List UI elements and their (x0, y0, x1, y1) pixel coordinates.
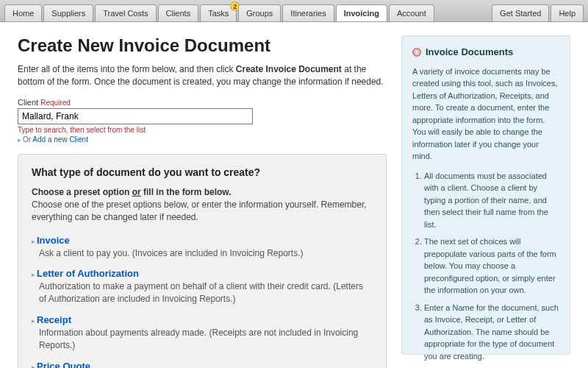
sidebar-heading: Invoice Documents (412, 45, 559, 60)
preset-pricequote: ▸Price Quote A description of how much t… (32, 361, 373, 368)
preset-invoice: ▸Invoice Ask a client to pay you. (Invoi… (32, 235, 373, 260)
sub-a: Choose a preset option (32, 187, 132, 197)
preset-loa-link[interactable]: Letter of Authorization (37, 268, 139, 279)
client-label-text: Client (18, 98, 38, 107)
tab-home[interactable]: Home (4, 4, 42, 21)
lifesaver-icon (412, 48, 421, 57)
help-sidebar: Invoice Documents A variety of invoice d… (401, 35, 570, 355)
sidebar-steps: All documents must be associated with a … (424, 170, 559, 369)
preset-loa-desc: Authorization to make a payment on behal… (39, 280, 373, 305)
client-or: Or (23, 135, 32, 144)
client-hint: Type to search, then select from the lis… (18, 126, 387, 134)
tab-suppliers[interactable]: Suppliers (43, 4, 93, 21)
preset-loa: ▸Letter of Authorization Authorization t… (32, 268, 373, 305)
preset-invoice-desc: Ask a client to pay you. (Invoices are i… (39, 247, 373, 260)
tab-clients[interactable]: Clients (158, 4, 199, 21)
tab-tasks[interactable]: Tasks 2 (200, 4, 237, 21)
sidebar-step-1: All documents must be associated with a … (424, 170, 559, 231)
preset-pricequote-link[interactable]: Price Quote (37, 361, 90, 368)
intro-text-1: Enter all of the items into the form bel… (18, 64, 236, 74)
tab-travel-costs[interactable]: Travel Costs (95, 4, 156, 21)
preset-invoice-link[interactable]: Invoice (37, 235, 70, 246)
preset-receipt-link[interactable]: Receipt (37, 314, 71, 325)
tab-tasks-label: Tasks (208, 9, 229, 18)
intro-bold: Create Invoice Document (236, 64, 342, 74)
tab-itineraries[interactable]: Itineraries (282, 4, 334, 21)
client-required: Required (40, 99, 71, 107)
doc-type-panel: What type of document do you want to cre… (18, 154, 387, 368)
preset-receipt: ▸Receipt Information about payments alre… (32, 314, 373, 352)
caret-icon: ▸ (32, 238, 35, 245)
client-label: Client Required (18, 98, 387, 107)
client-add-row: ▸Or Add a new Client (18, 135, 387, 144)
caret-icon: ▸ (32, 271, 35, 278)
tab-invoicing[interactable]: Invoicing (336, 4, 387, 21)
sidebar-step-3: Enter a Name for the document, such as I… (424, 302, 559, 363)
top-nav: Home Suppliers Travel Costs Clients Task… (0, 0, 588, 22)
sidebar-heading-text: Invoice Documents (426, 45, 513, 60)
page-title: Create New Invoice Document (18, 35, 387, 56)
panel-subtext: Choose one of the preset options below, … (32, 199, 373, 224)
panel-subheading: Choose a preset option or fill in the fo… (32, 187, 373, 197)
client-input[interactable] (18, 108, 253, 124)
caret-icon: ▸ (32, 364, 35, 368)
sidebar-intro: A variety of invoice documents may be cr… (412, 66, 559, 163)
page-intro: Enter all of the items into the form bel… (18, 63, 387, 89)
sub-u: or (132, 187, 141, 197)
tab-account[interactable]: Account (389, 4, 434, 21)
add-client-link[interactable]: Add a new Client (32, 135, 88, 144)
caret-icon: ▸ (32, 317, 35, 325)
sub-b: fill in the form below. (141, 187, 232, 197)
tab-get-started[interactable]: Get Started (492, 4, 549, 21)
panel-heading: What type of document do you want to cre… (32, 166, 373, 178)
preset-receipt-desc: Information about payments already made.… (39, 327, 373, 352)
main-content: Create New Invoice Document Enter all of… (18, 35, 387, 355)
caret-icon: ▸ (18, 136, 21, 144)
tab-help[interactable]: Help (551, 4, 584, 21)
tab-groups[interactable]: Groups (238, 4, 281, 21)
sidebar-step-2: The next set of choices will prepopulate… (424, 236, 559, 297)
